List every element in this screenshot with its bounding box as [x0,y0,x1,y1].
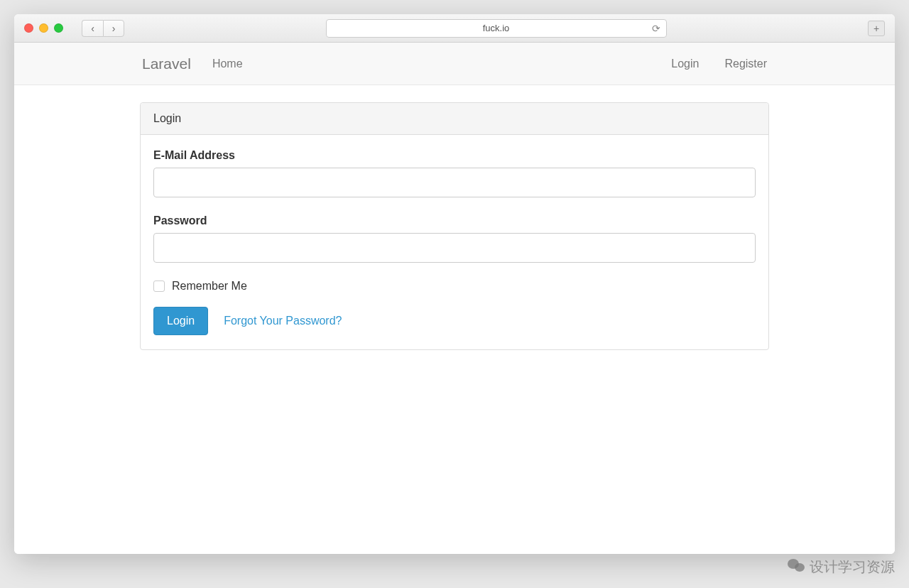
panel-title: Login [141,103,768,135]
form-actions: Login Forgot Your Password? [153,307,756,335]
maximize-window-button[interactable] [54,23,63,33]
watermark-text: 设计学习资源 [810,557,895,577]
remember-label: Remember Me [172,280,247,293]
panel-body: E-Mail Address Password Remember Me Logi… [141,135,768,349]
browser-window: ‹ › fuck.io ⟳ + Laravel Home Login Regis… [14,14,895,554]
svg-point-0 [788,559,799,569]
url-bar[interactable]: fuck.io ⟳ [326,19,667,38]
email-input[interactable] [153,168,756,197]
page-viewport: Laravel Home Login Register Login E-Mail… [14,43,895,554]
watermark: 设计学习资源 [787,557,895,577]
page-content: Login E-Mail Address Password Remember M… [14,85,895,367]
email-group: E-Mail Address [153,149,756,197]
url-text: fuck.io [483,23,510,33]
nav-register-link[interactable]: Register [724,58,767,70]
traffic-lights [24,23,63,33]
chevron-left-icon: ‹ [91,23,94,34]
app-navbar: Laravel Home Login Register [14,43,895,85]
url-bar-wrap: fuck.io ⟳ [130,19,862,38]
svg-point-1 [795,563,805,572]
login-panel: Login E-Mail Address Password Remember M… [140,102,769,350]
wechat-icon [787,557,805,577]
password-group: Password [153,214,756,263]
password-input[interactable] [153,233,756,263]
nav-arrows: ‹ › [82,20,124,37]
login-button[interactable]: Login [153,307,208,335]
browser-title-bar: ‹ › fuck.io ⟳ + [14,14,895,43]
chevron-right-icon: › [112,23,116,34]
new-tab-button[interactable]: + [868,21,885,36]
forgot-password-link[interactable]: Forgot Your Password? [224,315,342,327]
email-label: E-Mail Address [153,149,756,162]
remember-row: Remember Me [153,280,756,293]
back-button[interactable]: ‹ [82,20,103,37]
brand-link[interactable]: Laravel [142,55,191,72]
nav-home-link[interactable]: Home [212,58,243,70]
navbar-container: Laravel Home Login Register [99,55,810,72]
forward-button[interactable]: › [103,20,124,37]
nav-login-link[interactable]: Login [671,58,699,70]
minimize-window-button[interactable] [39,23,48,33]
plus-icon: + [873,23,879,34]
password-label: Password [153,214,756,227]
close-window-button[interactable] [24,23,33,33]
reload-icon[interactable]: ⟳ [652,23,660,34]
remember-checkbox[interactable] [153,281,165,292]
navbar-right: Login Register [671,58,767,70]
